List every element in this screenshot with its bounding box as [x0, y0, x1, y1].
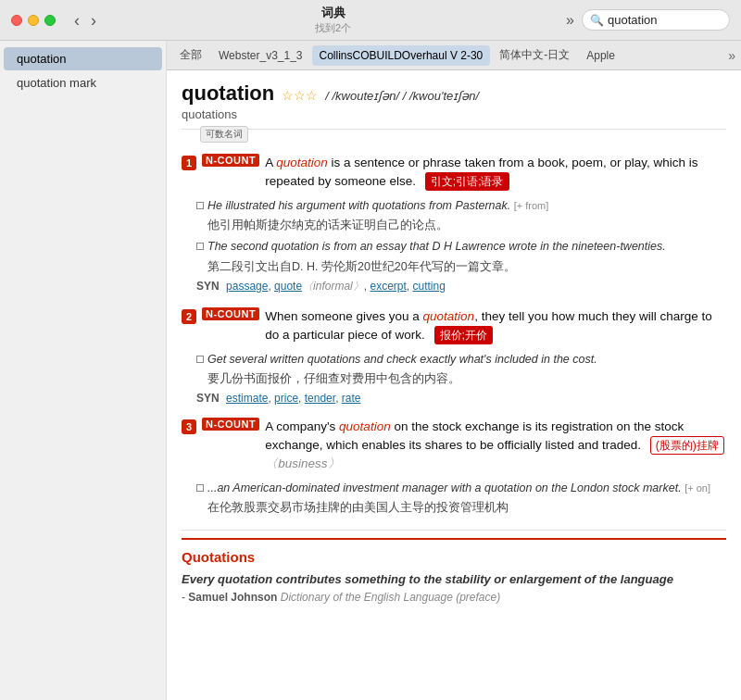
- entry-1-example-1-cn: 他引用帕斯捷尔纳克的话来证明自己的论点。: [207, 218, 726, 234]
- entry-1-type: N-COUNT: [202, 154, 259, 167]
- entry-2-example-1-cn: 要几份书面报价，仔细查对费用中包含的内容。: [207, 371, 726, 388]
- word-stars: ☆☆☆: [282, 88, 318, 103]
- entry-2-header: 2 N-COUNT When someone gives you a quota…: [182, 307, 726, 345]
- entry-2-example-1: Get several written quotations and check…: [196, 351, 726, 369]
- word-header: quotation ☆☆☆ / /kwouteɪʃən/ / /kwou'teɪ…: [182, 81, 726, 121]
- entry-1-chinese: 引文;引语;语录: [425, 172, 509, 191]
- minimize-button[interactable]: [28, 15, 39, 26]
- titlebar: ‹ › 词典 找到2个 » 🔍 ✕: [0, 0, 741, 41]
- search-bar: 🔍 ✕: [582, 9, 730, 31]
- entry-1-example-2-cn: 第二段引文出自D. H. 劳伦斯20世纪20年代写的一篇文章。: [207, 259, 726, 276]
- syn-word-tender[interactable]: tender: [305, 392, 335, 405]
- syn-word-rate[interactable]: rate: [342, 392, 361, 405]
- syn-word-passage[interactable]: passage: [226, 280, 268, 293]
- syn-word-price[interactable]: price: [274, 392, 298, 405]
- example-4-ref: [+ on]: [684, 482, 710, 494]
- entry-2-num: 2: [182, 309, 196, 324]
- entry-3-example-1: ...an American-dominated investment mana…: [196, 480, 726, 497]
- example-1-ref: [+ from]: [514, 200, 549, 211]
- entry-1-example-1: He illustrated his argument with quotati…: [196, 197, 726, 215]
- entry-2-type: N-COUNT: [202, 307, 259, 320]
- example-3-text: Get several written quotations and check…: [207, 351, 597, 369]
- entry-3-num: 3: [182, 419, 196, 434]
- entry-1-header: 1 N-COUNT A quotation is a sentence or p…: [182, 154, 726, 192]
- window-title: 词典: [321, 5, 345, 21]
- entry-3-tag: 〈business〉: [265, 456, 340, 470]
- entry-3-header: 3 N-COUNT A company's quotation on the s…: [182, 418, 726, 474]
- word-headword: quotation: [182, 81, 274, 106]
- search-icon: 🔍: [590, 14, 604, 27]
- word-forms: quotations: [182, 107, 726, 121]
- tooltip-countable: 可数名词: [200, 126, 248, 143]
- sidebar-item-quotation-mark[interactable]: quotation mark: [4, 71, 162, 94]
- traffic-lights: [11, 15, 56, 26]
- entry-3-def: A company's quotation on the stock excha…: [265, 418, 726, 474]
- back-button[interactable]: ‹: [70, 12, 83, 29]
- entry-2: 2 N-COUNT When someone gives you a quota…: [182, 307, 726, 405]
- syn-label-1: SYN: [196, 280, 220, 293]
- forward-button[interactable]: ›: [87, 12, 100, 29]
- close-button[interactable]: [11, 15, 22, 26]
- quotation-author: Samuel Johnson: [188, 591, 277, 604]
- expand-button[interactable]: »: [566, 12, 574, 29]
- titlebar-center: 词典 找到2个: [107, 5, 559, 35]
- syn-word-excerpt[interactable]: excerpt: [370, 280, 406, 293]
- tabs-more-button[interactable]: »: [728, 48, 735, 63]
- example-square-icon-3: [196, 356, 204, 363]
- syn-word-quote[interactable]: quote: [274, 280, 302, 293]
- example-4-text: ...an American-dominated investment mana…: [207, 480, 710, 497]
- entry-2-syn: SYN estimate, price, tender, rate: [196, 392, 726, 405]
- word-title-line: quotation ☆☆☆ / /kwouteɪʃən/ / /kwou'teɪ…: [182, 81, 726, 106]
- sidebar: quotation quotation mark: [0, 41, 167, 700]
- entry-2-chinese: 报价;开价: [434, 326, 493, 344]
- tab-apple[interactable]: Apple: [579, 45, 622, 66]
- quotation-book: Dictionary of the English Language (pref…: [281, 591, 500, 604]
- entry-2-def: When someone gives you a quotation, they…: [265, 307, 726, 345]
- example-2-text: The second quotation is from an essay th…: [207, 238, 666, 256]
- quotation-text: Every quotation contributes something to…: [182, 570, 726, 589]
- tab-webster[interactable]: Webster_v3_1_3: [211, 45, 310, 66]
- syn-word-estimate[interactable]: estimate: [226, 392, 268, 405]
- content-area: 全部 Webster_v3_1_3 CollinsCOBUILDOverhaul…: [167, 41, 741, 700]
- entry-3-type: N-COUNT: [202, 418, 259, 431]
- quotations-divider: [182, 530, 726, 531]
- quotations-title: Quotations: [182, 549, 726, 565]
- entry-1-num: 1: [182, 156, 196, 170]
- dict-content: quotation ☆☆☆ / /kwouteɪʃən/ / /kwou'teɪ…: [167, 70, 741, 700]
- syn-word-cutting[interactable]: cutting: [413, 280, 446, 293]
- entry-3-chinese: (股票的)挂牌: [650, 436, 724, 455]
- syn-word-informal: 〈informal〉: [302, 280, 364, 293]
- main-layout: quotation quotation mark 全部 Webster_v3_1…: [0, 41, 741, 700]
- quotation-attribution: - Samuel Johnson Dictionary of the Engli…: [182, 591, 726, 604]
- word-phonetic: / /kwouteɪʃən/ / /kwou'teɪʃən/: [325, 89, 479, 103]
- entry-1-example-2: The second quotation is from an essay th…: [196, 238, 726, 256]
- entry-1-syn: SYN passage, quote〈informal〉, excerpt, c…: [196, 279, 726, 294]
- example-square-icon: [196, 202, 204, 209]
- tab-collins[interactable]: CollinsCOBUILDOverhaul V 2-30: [312, 45, 491, 66]
- search-input[interactable]: [608, 13, 741, 27]
- syn-label-2: SYN: [196, 392, 220, 405]
- tabs-bar: 全部 Webster_v3_1_3 CollinsCOBUILDOverhaul…: [167, 41, 741, 70]
- entry-1-def: A quotation is a sentence or phrase take…: [265, 154, 726, 192]
- entry-3-example-1-cn: 在伦敦股票交易市场挂牌的由美国人主导的投资管理机构: [207, 500, 726, 517]
- titlebar-right: » 🔍 ✕: [566, 9, 730, 31]
- quotations-section: Quotations Every quotation contributes s…: [182, 538, 726, 605]
- example-1-text: He illustrated his argument with quotati…: [207, 197, 548, 215]
- word-divider: [182, 129, 726, 130]
- tab-all[interactable]: 全部: [172, 44, 209, 67]
- window-subtitle: 找到2个: [315, 21, 351, 35]
- tab-chinese[interactable]: 简体中文-日文: [492, 44, 577, 67]
- fullscreen-button[interactable]: [44, 15, 56, 26]
- example-square-icon-4: [196, 484, 204, 492]
- entry-1: 可数名词 1 N-COUNT A quotation is a sentence…: [182, 137, 726, 294]
- nav-buttons: ‹ ›: [70, 12, 100, 29]
- entry-3: 3 N-COUNT A company's quotation on the s…: [182, 418, 726, 517]
- sidebar-item-quotation[interactable]: quotation: [4, 47, 162, 70]
- example-square-icon-2: [196, 243, 204, 250]
